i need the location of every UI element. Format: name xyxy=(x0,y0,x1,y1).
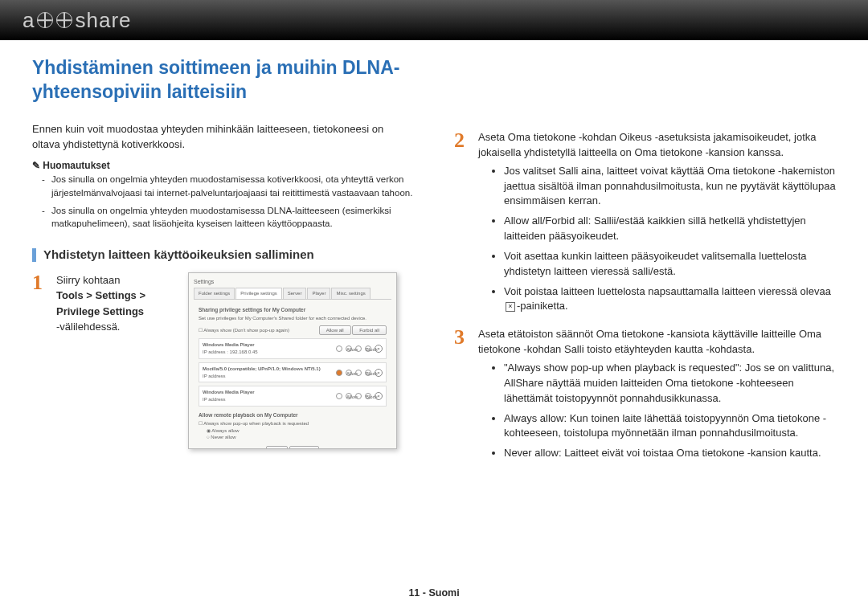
step-2: 2 Aseta Oma tietokone -kohdan Oikeus -as… xyxy=(454,130,836,322)
top-bar: a share xyxy=(0,0,868,40)
bullet-item: Allow all/Forbid all: Sallii/estää kaikk… xyxy=(504,214,836,244)
ss-tab[interactable]: Server xyxy=(283,288,307,299)
ss-window-title: Settings xyxy=(194,278,391,286)
ss-allow-block[interactable]: Allow Block × xyxy=(336,369,383,377)
settings-screenshot: Settings Folder settings Privilege setti… xyxy=(188,272,397,449)
bullet-item: Jos valitset Salli aina, laitteet voivat… xyxy=(504,164,836,210)
notes-list: Jos sinulla on ongelmia yhteyden muodost… xyxy=(32,173,414,229)
step-2-text: Aseta Oma tietokone -kohdan Oikeus -aset… xyxy=(478,131,817,158)
page-title: Yhdistäminen soittimeen ja muihin DLNA-y… xyxy=(32,56,414,104)
ss-ok-button[interactable]: OK xyxy=(266,446,288,449)
bullet-x-before: Voit poistaa laitteen luettelosta napsau… xyxy=(504,285,831,297)
left-column: Yhdistäminen soittimeen ja muihin DLNA-y… xyxy=(32,56,414,474)
logo-ring-icon xyxy=(37,12,53,28)
bullet-item: Voit poistaa laitteen luettelosta napsau… xyxy=(504,284,836,315)
step-1: 1 Siirry kohtaan Tools > Settings > Priv… xyxy=(32,272,414,449)
ss-tab[interactable]: Player xyxy=(307,288,330,299)
step-1-lead: Siirry kohtaan xyxy=(56,274,120,286)
ss-tab[interactable]: Misc. settings xyxy=(331,288,370,299)
ss-allow-block[interactable]: Allow Block × xyxy=(336,392,383,400)
step-3: 3 Aseta etätoiston säännöt Oma tietokone… xyxy=(454,327,836,469)
step-3-bullets: "Always show pop-up when playback is req… xyxy=(478,361,836,461)
close-icon: × xyxy=(506,302,515,312)
ss-forbid-all-button[interactable]: Forbid all xyxy=(352,325,387,336)
logo-text-left: a xyxy=(23,8,35,33)
ss-opt-never[interactable]: Never allow xyxy=(211,435,235,439)
note-item: Jos sinulla on ongelmia yhteyden muodost… xyxy=(51,204,414,230)
ss-remote-sub[interactable]: Always show pop-up when playback is requ… xyxy=(203,421,309,426)
page-footer: 11 - Suomi xyxy=(0,587,868,599)
ss-allow-block[interactable]: Allow Block × xyxy=(336,345,383,353)
step-1-text: Siirry kohtaan Tools > Settings > Privil… xyxy=(56,272,177,335)
logo-text-right: share xyxy=(75,8,131,33)
notes-heading: Huomautukset xyxy=(32,160,414,171)
ss-remote-heading: Allow remote playback on My Computer xyxy=(199,411,387,419)
ss-opt-always[interactable]: Always allow xyxy=(211,428,239,433)
right-column: 2 Aseta Oma tietokone -kohdan Oikeus -as… xyxy=(454,56,836,474)
bullet-x-after: -painiketta. xyxy=(517,300,568,312)
allshare-logo: a share xyxy=(23,8,132,33)
bullet-item: Voit asettaa kunkin laitteen pääsyoikeud… xyxy=(504,249,836,280)
ss-device-row: Windows Media PlayerIP address Allow Blo… xyxy=(199,386,387,406)
ss-tab[interactable]: Privilege settings xyxy=(235,288,281,299)
step-1-tail: -välilehdessä. xyxy=(56,321,121,333)
ss-tab[interactable]: Folder settings xyxy=(194,288,235,299)
subheading: Yhdistetyn laitteen käyttöoikeuksien sal… xyxy=(32,247,414,261)
ss-always-show-checkbox[interactable]: ☐ Always show (Don't show pop-up again) xyxy=(199,327,289,334)
step-number: 2 xyxy=(454,130,470,151)
bullet-item: Always allow: Kun toinen laite lähettää … xyxy=(504,411,836,442)
ss-heading: Sharing privilege settings for My Comput… xyxy=(199,306,387,313)
note-item: Jos sinulla on ongelmia yhteyden muodost… xyxy=(51,173,414,198)
logo-ring-icon xyxy=(56,12,72,28)
ss-allow-all-button[interactable]: Allow all xyxy=(319,325,351,336)
bullet-item: Never allow: Laitteet eivät voi toistaa … xyxy=(504,446,836,461)
step-number: 3 xyxy=(454,327,470,348)
intro-paragraph: Ennen kuin voit muodostaa yhteyden mihin… xyxy=(32,122,414,153)
ss-device-row: Windows Media PlayerIP address : 192.168… xyxy=(199,338,387,358)
bullet-item: "Always show pop-up when playback is req… xyxy=(504,361,836,407)
ss-cancel-button[interactable]: Cancel xyxy=(289,446,319,449)
ss-device-row: Mozilla/5.0 (compatible; UPnP/1.0; Windo… xyxy=(199,362,387,382)
step-2-bullets: Jos valitset Salli aina, laitteet voivat… xyxy=(478,164,836,315)
ss-subtext: Set use privileges for My Computer's Sha… xyxy=(199,315,387,322)
step-3-text: Aseta etätoiston säännöt Oma tietokone -… xyxy=(478,328,821,355)
ss-tabs: Folder settings Privilege settings Serve… xyxy=(194,288,391,300)
step-1-path: Tools > Settings > Privilege Settings xyxy=(56,289,145,317)
step-number: 1 xyxy=(32,272,48,293)
